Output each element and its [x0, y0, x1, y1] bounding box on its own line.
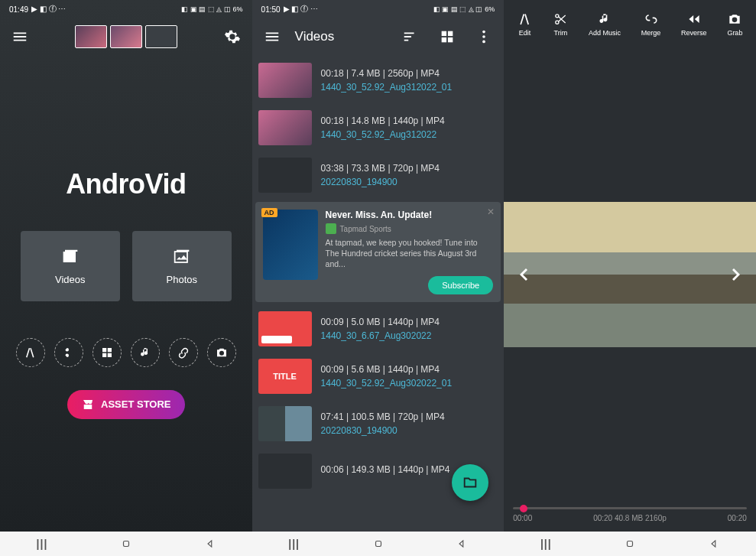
image-area[interactable] [504, 47, 756, 501]
grid-button[interactable] [433, 23, 461, 50]
signal-icons: ◧ ▣ ▤ ⬚ ◬ ◫ [433, 5, 483, 13]
photos-tile[interactable]: Photos [132, 231, 232, 301]
home-button[interactable] [588, 532, 672, 556]
video-thumb [258, 406, 312, 441]
music-action[interactable] [131, 338, 160, 367]
editor-screen: Edit Trim Add Music Merge Reverse Grab 0… [504, 0, 756, 532]
settings-button[interactable] [219, 23, 246, 50]
title-thumb-label: TITLE [273, 372, 297, 381]
app-brand: AndroVid [66, 168, 186, 200]
home-topbar [0, 18, 252, 55]
trim-action[interactable] [54, 338, 83, 367]
svg-rect-8 [442, 37, 446, 42]
battery-level: 6% [233, 5, 243, 13]
ad-close-icon[interactable]: ✕ [487, 206, 495, 217]
videos-tile[interactable]: Videos [21, 231, 120, 301]
svg-point-11 [482, 35, 485, 38]
video-meta: 07:41 | 100.5 MB | 720p | MP4 [321, 411, 498, 422]
videos-icon [60, 246, 81, 268]
tool-label: Grab [727, 29, 742, 37]
progress-bar[interactable]: 00:00 00:20 40.8 MB 2160p 00:20 [504, 501, 756, 532]
subscribe-button[interactable]: Subscribe [428, 276, 493, 294]
video-meta: 00:09 | 5.6 MB | 1440p | MP4 [321, 364, 498, 375]
svg-rect-7 [448, 31, 453, 36]
thumb-1[interactable] [75, 25, 107, 48]
edit-action[interactable] [16, 338, 45, 367]
tool-label: Reverse [681, 29, 707, 37]
svg-rect-4 [102, 353, 106, 356]
video-thumb: TITLE [258, 359, 312, 394]
ad-card[interactable]: AD ✕ Never. Miss. An. Update! Tapmad Spo… [255, 202, 501, 302]
time-start: 00:00 [513, 514, 532, 522]
asset-store-button[interactable]: ASSET STORE [67, 390, 185, 419]
photos-icon [171, 246, 193, 268]
music-tool[interactable]: Add Music [589, 11, 621, 37]
thumb-2[interactable] [110, 25, 142, 48]
video-row[interactable]: 07:41 | 100.5 MB | 720p | MP420220830_19… [252, 402, 505, 446]
asset-store-label: ASSET STORE [101, 398, 171, 410]
status-time: 01:50 [261, 5, 281, 14]
video-row[interactable]: 00:18 | 7.4 MB | 2560p | MP41440_30_52.9… [252, 58, 505, 102]
video-name: 1440_30_52.92_Aug312022_01 [321, 82, 498, 93]
reverse-tool[interactable]: Reverse [681, 11, 707, 37]
preview-area: 00:00 00:20 40.8 MB 2160p 00:20 [504, 47, 756, 532]
back-button[interactable] [672, 532, 756, 556]
next-arrow[interactable] [722, 261, 750, 288]
store-icon [81, 398, 95, 411]
prev-arrow[interactable] [510, 261, 537, 288]
recent-thumbs[interactable] [40, 25, 213, 48]
video-list[interactable]: 00:18 | 7.4 MB | 2560p | MP41440_30_52.9… [252, 55, 505, 532]
back-button[interactable] [168, 532, 252, 556]
svg-rect-6 [442, 31, 446, 36]
link-action[interactable] [169, 338, 198, 367]
videos-screen: 01:50▶ ◧ ⓕ ⋯ ◧ ▣ ▤ ⬚ ◬ ◫6% Videos 00:18 … [252, 0, 505, 532]
svg-rect-17 [628, 541, 633, 547]
video-thumb [258, 311, 312, 346]
sort-button[interactable] [397, 23, 424, 50]
home-button[interactable] [336, 532, 420, 556]
video-thumb [258, 454, 312, 489]
video-name: 20220830_194900 [321, 425, 498, 436]
battery-level: 6% [485, 5, 495, 13]
menu-button[interactable] [6, 23, 34, 50]
time-mid: 00:20 40.8 MB 2160p [593, 514, 667, 522]
trim-tool[interactable]: Trim [553, 11, 568, 37]
video-meta: 03:38 | 73.3 MB | 720p | MP4 [321, 163, 498, 174]
back-button[interactable] [420, 532, 504, 556]
recents-button[interactable]: ||| [504, 532, 588, 556]
status-icons: ▶ ◧ ⓕ ⋯ [284, 4, 318, 15]
video-row[interactable]: 00:09 | 5.0 MB | 1440p | MP41440_30_6.67… [252, 307, 505, 351]
thumb-3[interactable] [145, 25, 177, 48]
android-navbar: ||| ||| ||| [0, 532, 756, 556]
video-row[interactable]: 03:38 | 73.3 MB | 720p | MP420220830_194… [252, 153, 505, 197]
collage-action[interactable] [92, 338, 122, 367]
menu-button[interactable] [258, 23, 286, 50]
video-thumb [258, 158, 312, 193]
ad-publisher: Tapmad Sports [340, 225, 391, 233]
home-button[interactable] [84, 532, 168, 556]
camera-action[interactable] [207, 338, 236, 367]
more-button[interactable] [470, 23, 498, 50]
svg-rect-9 [448, 37, 453, 42]
ad-thumb [263, 210, 318, 280]
ad-badge: AD [261, 208, 277, 217]
folder-fab[interactable] [452, 464, 488, 501]
recents-button[interactable]: ||| [0, 532, 84, 556]
edit-tool[interactable]: Edit [518, 11, 533, 37]
grab-tool[interactable]: Grab [727, 11, 742, 37]
video-row[interactable]: TITLE00:09 | 5.6 MB | 1440p | MP41440_30… [252, 354, 505, 398]
merge-tool[interactable]: Merge [641, 11, 661, 37]
time-end: 00:20 [728, 514, 747, 522]
ad-title: Never. Miss. An. Update! [326, 210, 494, 220]
tool-label: Edit [519, 29, 531, 37]
progress-knob[interactable] [520, 505, 527, 512]
recents-button[interactable]: ||| [252, 532, 336, 556]
video-thumb [258, 110, 312, 145]
quick-actions [16, 338, 236, 367]
video-name: 1440_30_52.92_Aug302022_01 [321, 378, 498, 389]
svg-rect-2 [102, 348, 106, 352]
hero-section: AndroVid Videos Photos ASSET STORE [0, 55, 252, 532]
video-name: 20220830_194900 [321, 177, 498, 187]
progress-track[interactable] [513, 507, 747, 509]
video-row[interactable]: 00:18 | 14.8 MB | 1440p | MP41440_30_52.… [252, 106, 505, 150]
